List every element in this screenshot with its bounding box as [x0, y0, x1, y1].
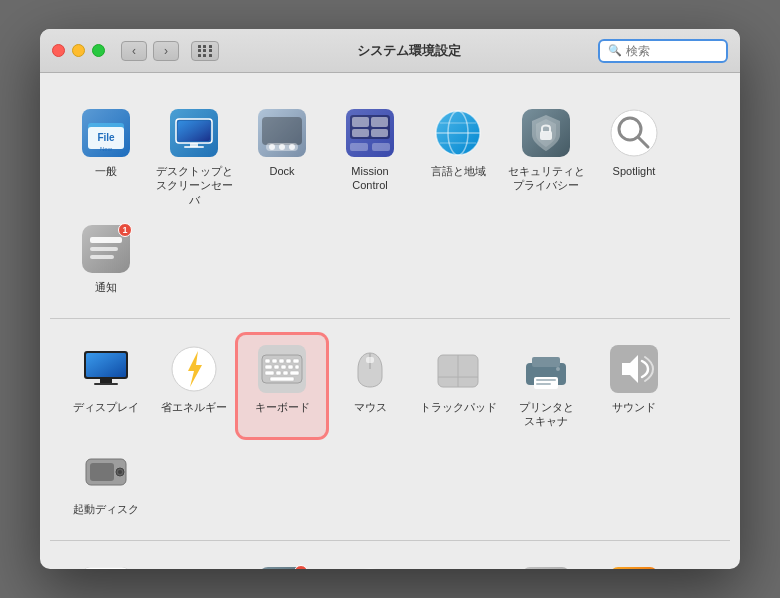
pref-notification-label: 通知 — [95, 280, 117, 294]
pref-mouse-label: マウス — [354, 400, 387, 414]
svg-rect-22 — [352, 129, 369, 137]
pref-spotlight-label: Spotlight — [613, 164, 656, 178]
pref-security[interactable]: セキュリティとプライバシー — [502, 99, 590, 215]
pref-keyboard-label: キーボード — [255, 400, 310, 414]
svg-rect-54 — [293, 359, 299, 363]
svg-text:New: New — [100, 146, 113, 152]
forward-button[interactable]: › — [153, 41, 179, 61]
pref-dock-label: Dock — [269, 164, 294, 178]
svg-rect-50 — [265, 359, 270, 363]
svg-point-17 — [289, 144, 295, 150]
pref-keyboard[interactable]: キーボード — [238, 335, 326, 437]
pref-desktop-label: デスクトップとスクリーンセーバ — [154, 164, 234, 207]
pref-mission-label: MissionControl — [351, 164, 388, 193]
svg-rect-73 — [536, 379, 556, 381]
pref-sound[interactable]: サウンド — [590, 335, 678, 437]
svg-rect-21 — [371, 117, 388, 127]
back-button[interactable]: ‹ — [121, 41, 147, 61]
svg-point-80 — [118, 470, 122, 474]
pref-language[interactable]: 言語と地域 — [414, 99, 502, 215]
svg-rect-38 — [90, 237, 122, 243]
pref-sharing[interactable]: 共有 — [590, 557, 678, 569]
nav-buttons: ‹ › — [121, 41, 219, 61]
svg-rect-59 — [295, 365, 299, 369]
svg-rect-52 — [279, 359, 284, 363]
pref-sound-label: サウンド — [612, 400, 656, 414]
svg-rect-13 — [262, 117, 302, 145]
svg-rect-11 — [178, 121, 210, 141]
pref-security-label: セキュリティとプライバシー — [508, 164, 585, 193]
pref-trackpad-label: トラックパッド — [420, 400, 497, 414]
pref-startup[interactable]: 起動ディスク — [62, 437, 150, 524]
pref-internet[interactable]: @ インターネットアカウント — [150, 557, 238, 569]
pref-general[interactable]: File New 一般 — [62, 99, 150, 215]
svg-rect-40 — [90, 255, 114, 259]
grid-view-button[interactable] — [191, 41, 219, 61]
svg-rect-44 — [100, 379, 112, 383]
svg-rect-45 — [94, 383, 118, 385]
svg-rect-81 — [82, 567, 130, 569]
svg-rect-55 — [265, 365, 272, 369]
pref-printer-label: プリンタとスキャナ — [519, 400, 574, 429]
svg-point-75 — [556, 367, 560, 371]
system-preferences-window: ‹ › システム環境設定 🔍 — [40, 29, 740, 569]
pref-spotlight[interactable]: Spotlight — [590, 99, 678, 215]
svg-rect-51 — [272, 359, 277, 363]
svg-rect-66 — [366, 357, 374, 363]
minimize-button[interactable] — [72, 44, 85, 57]
svg-rect-53 — [286, 359, 291, 363]
svg-text:File: File — [97, 132, 115, 143]
pref-startup-label: 起動ディスク — [73, 502, 139, 516]
pref-general-label: 一般 — [95, 164, 117, 178]
pref-mouse[interactable]: マウス — [326, 335, 414, 437]
svg-rect-60 — [265, 371, 274, 375]
svg-rect-43 — [86, 353, 126, 377]
svg-point-15 — [269, 144, 275, 150]
section-internet: iCloud @ インターネットアカウント — [50, 541, 730, 569]
pref-energy-label: 省エネルギー — [161, 400, 227, 414]
svg-point-16 — [279, 144, 285, 150]
close-button[interactable] — [52, 44, 65, 57]
svg-rect-56 — [274, 365, 279, 369]
search-box[interactable]: 🔍 — [598, 39, 728, 63]
pref-display-label: ディスプレイ — [73, 400, 139, 414]
svg-rect-24 — [350, 143, 368, 151]
svg-rect-91 — [522, 567, 570, 569]
svg-rect-61 — [276, 371, 281, 375]
svg-rect-64 — [270, 377, 294, 381]
maximize-button[interactable] — [92, 44, 105, 57]
svg-rect-62 — [283, 371, 288, 375]
svg-rect-33 — [540, 131, 552, 140]
svg-rect-25 — [372, 143, 390, 151]
svg-rect-23 — [371, 129, 388, 137]
svg-rect-9 — [184, 146, 204, 148]
svg-rect-39 — [90, 247, 118, 251]
search-input[interactable] — [626, 44, 718, 58]
pref-bluetooth[interactable]: Bluetooth — [414, 557, 502, 569]
pref-desktop[interactable]: デスクトップとスクリーンセーバ — [150, 99, 238, 215]
pref-display[interactable]: ディスプレイ — [62, 335, 150, 437]
svg-rect-71 — [532, 357, 560, 367]
content-area: File New 一般 — [40, 73, 740, 569]
svg-rect-74 — [536, 383, 551, 385]
pref-language-label: 言語と地域 — [431, 164, 486, 178]
notification-badge: 1 — [118, 223, 132, 237]
pref-printer[interactable]: プリンタとスキャナ — [502, 335, 590, 437]
titlebar: ‹ › システム環境設定 🔍 — [40, 29, 740, 73]
pref-icloud[interactable]: iCloud — [62, 557, 150, 569]
window-title: システム環境設定 — [219, 42, 598, 60]
pref-dock[interactable]: Dock — [238, 99, 326, 215]
software-badge: 1 — [294, 565, 308, 569]
svg-rect-78 — [90, 463, 114, 481]
pref-mission[interactable]: MissionControl — [326, 99, 414, 215]
pref-software[interactable]: 1 ソフトウェアアップデート — [238, 557, 326, 569]
pref-notification[interactable]: 1 通知 — [62, 215, 150, 302]
svg-rect-58 — [288, 365, 293, 369]
pref-extensions[interactable]: 機能拡張 — [502, 557, 590, 569]
pref-network[interactable]: ネットワーク — [326, 557, 414, 569]
pref-trackpad[interactable]: トラックパッド — [414, 335, 502, 437]
pref-energy[interactable]: 省エネルギー — [150, 335, 238, 437]
section-personal: File New 一般 — [50, 83, 730, 319]
traffic-lights — [52, 44, 105, 57]
svg-rect-57 — [281, 365, 286, 369]
